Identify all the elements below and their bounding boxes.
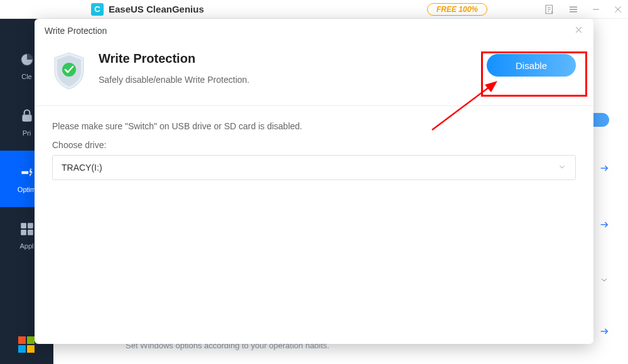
write-protection-modal: Write Protection Write Protection Safely… bbox=[35, 19, 593, 344]
disable-button[interactable]: Disable bbox=[487, 54, 576, 77]
titlebar: C EaseUS CleanGenius FREE 100% bbox=[0, 0, 628, 19]
modal-close-button[interactable] bbox=[574, 25, 583, 36]
drive-select[interactable]: TRACY(I:) bbox=[52, 155, 576, 180]
selected-drive-value: TRACY(I:) bbox=[62, 163, 102, 173]
windows-logo-icon bbox=[18, 336, 35, 353]
app-logo: C bbox=[91, 3, 104, 16]
privacy-icon bbox=[19, 108, 35, 124]
chevron-down-icon bbox=[558, 163, 566, 173]
close-icon bbox=[574, 25, 583, 35]
cleanup-icon bbox=[19, 51, 35, 68]
chevron-down-icon[interactable] bbox=[599, 275, 609, 285]
menu-icon[interactable] bbox=[568, 4, 579, 15]
application-icon bbox=[19, 221, 35, 237]
modal-heading: Write Protection bbox=[99, 51, 249, 66]
minimize-icon[interactable] bbox=[592, 5, 600, 14]
arrow-right-icon[interactable] bbox=[599, 163, 609, 173]
svg-rect-4 bbox=[28, 223, 33, 228]
arrow-right-icon[interactable] bbox=[599, 326, 609, 336]
sidebar-item-label: Optim bbox=[18, 186, 36, 193]
modal-title: Write Protection bbox=[45, 26, 107, 36]
optimization-icon bbox=[19, 164, 35, 181]
svg-rect-3 bbox=[21, 223, 26, 228]
free-badge[interactable]: FREE 100% bbox=[427, 3, 487, 16]
instruction-text: Please make sure "Switch" on USB drive o… bbox=[52, 121, 576, 131]
sidebar-item-label: Appl bbox=[19, 242, 33, 250]
app-window: C EaseUS CleanGenius FREE 100% Cle Pri bbox=[0, 0, 628, 364]
svg-rect-2 bbox=[22, 115, 31, 122]
modal-header-text: Write Protection Safely disable/enable W… bbox=[99, 51, 249, 85]
modal-description: Safely disable/enable Write Protection. bbox=[99, 75, 249, 85]
modal-body: Please make sure "Switch" on USB drive o… bbox=[35, 106, 593, 195]
shield-icon bbox=[52, 51, 86, 90]
close-icon[interactable] bbox=[613, 4, 623, 14]
svg-rect-6 bbox=[28, 230, 33, 235]
app-title: EaseUS CleanGenius bbox=[109, 4, 204, 14]
sidebar-item-label: Cle bbox=[21, 73, 32, 80]
feedback-icon[interactable] bbox=[544, 4, 555, 15]
modal-header: Write Protection Safely disable/enable W… bbox=[35, 43, 593, 106]
svg-rect-5 bbox=[21, 230, 26, 235]
choose-drive-label: Choose drive: bbox=[52, 140, 576, 150]
arrow-right-icon[interactable] bbox=[599, 220, 609, 230]
modal-titlebar: Write Protection bbox=[35, 19, 593, 43]
sidebar-item-label: Pri bbox=[23, 129, 31, 137]
titlebar-controls bbox=[544, 4, 623, 15]
